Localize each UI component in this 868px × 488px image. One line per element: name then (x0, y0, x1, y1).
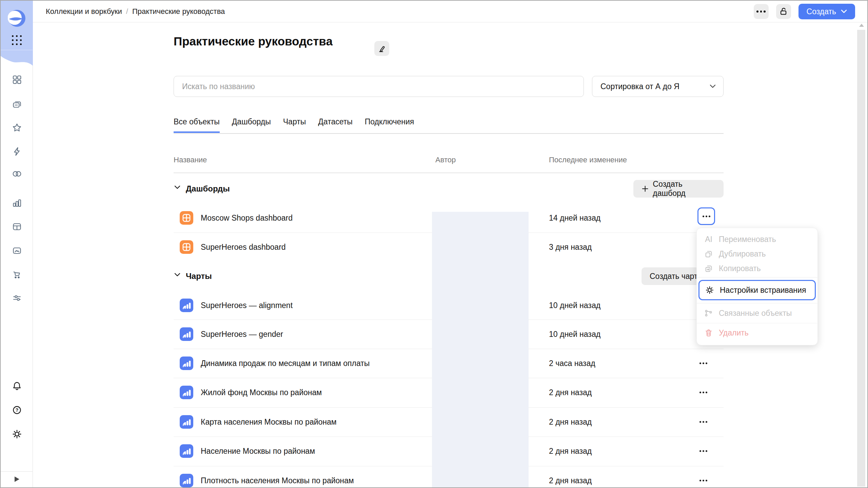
row-menu-button[interactable] (699, 363, 707, 364)
gear-icon (12, 429, 22, 440)
author-column-redaction (432, 212, 529, 487)
search-input[interactable] (174, 76, 584, 97)
bar-chart-icon (12, 198, 22, 208)
topbar-actions: Создать (754, 1, 855, 22)
vertical-scrollbar[interactable] (857, 23, 866, 487)
chart-icon (180, 327, 193, 341)
object-name[interactable]: Moscow Shops dashboard (201, 214, 293, 223)
object-name[interactable]: SuperHeroes dashboard (201, 243, 286, 252)
tab-charts[interactable]: Чарты (283, 117, 306, 133)
row-menu-button-active[interactable] (697, 207, 715, 225)
chart-icon (180, 357, 193, 370)
pencil-icon (377, 43, 387, 54)
section-label: Чарты (186, 271, 212, 281)
sidebar-item-charts[interactable] (11, 197, 23, 209)
object-name[interactable]: Карта населения Москвы по районам (201, 418, 337, 427)
sidebar-item-marketplace[interactable] (11, 268, 23, 280)
row-menu-button[interactable] (699, 480, 707, 482)
menu-item-duplicate[interactable]: Дублировать (697, 247, 817, 261)
tab-dashboards[interactable]: Дашборды (232, 117, 271, 133)
create-button[interactable]: Создать (798, 4, 855, 19)
help-button[interactable]: ? (11, 404, 23, 416)
sidebar-item-collections[interactable] (11, 74, 23, 85)
menu-item-label: Настройки встраивания (720, 286, 806, 295)
scrollbar-track[interactable] (857, 30, 865, 487)
datalens-logo[interactable] (8, 9, 26, 27)
chevron-down-icon (174, 185, 180, 189)
trash-icon (704, 328, 714, 338)
copy-icon (704, 264, 714, 274)
create-chart-label: Создать чарт (650, 272, 697, 281)
tabs-underline (174, 133, 724, 134)
create-dashboard-button[interactable]: Создать дашборд (633, 180, 724, 198)
sidebar-item-navigation[interactable] (11, 99, 23, 110)
row-menu-button[interactable] (699, 421, 707, 423)
object-tabs: Все объекты Дашборды Чарты Датасеты Подк… (174, 117, 414, 133)
sidebar-item-favorites[interactable] (11, 122, 23, 134)
sliders-icon (12, 292, 22, 303)
sidebar-item-editor[interactable] (11, 146, 23, 157)
chevron-down-icon (710, 84, 716, 88)
media-folder-icon (12, 245, 22, 256)
menu-divider (697, 303, 817, 303)
sort-select[interactable]: Сортировка от А до Я (592, 76, 724, 97)
modified-time: 2 дня назад (549, 418, 592, 427)
ellipsis-icon (703, 216, 710, 217)
row-menu-button[interactable] (699, 392, 707, 393)
object-name[interactable]: SuperHeroes — gender (201, 330, 283, 339)
rename-icon: AI (704, 235, 714, 245)
sidebar-item-gallery[interactable] (11, 245, 23, 256)
dashboard-icon (180, 240, 193, 254)
public-access-button[interactable] (776, 4, 791, 19)
menu-divider (697, 277, 817, 278)
sidebar: ? (1, 1, 33, 487)
column-header-author: Автор (435, 156, 456, 164)
create-button-label: Создать (807, 7, 836, 16)
question-icon: ? (12, 405, 22, 415)
settings-button[interactable] (11, 428, 23, 440)
object-name[interactable]: Динамика продаж по месяцам и типам оплат… (201, 359, 370, 368)
menu-item-rename[interactable]: AI Переименовать (697, 232, 817, 247)
menu-item-related-objects[interactable]: Связанные объекты (697, 305, 817, 322)
sidebar-item-dashboards[interactable] (11, 221, 23, 232)
breadcrumb-collections[interactable]: Коллекции и воркбуки (46, 7, 122, 16)
menu-divider (697, 323, 817, 323)
ellipsis-icon (756, 11, 766, 13)
cart-icon (12, 269, 22, 280)
page-title: Практические руководства (174, 35, 333, 48)
row-menu-button[interactable] (699, 450, 707, 452)
object-name[interactable]: Жилой фонд Москвы по районам (201, 388, 322, 397)
plus-icon (642, 185, 649, 192)
modified-time: 2 дня назад (549, 388, 592, 397)
section-label: Дашборды (186, 184, 230, 194)
sidebar-item-connections[interactable] (11, 168, 23, 180)
modified-time: 2 дня назад (549, 447, 592, 456)
scroll-up-arrow[interactable] (859, 24, 864, 27)
object-name[interactable]: Население Москвы по районам (201, 447, 315, 456)
bell-icon (12, 381, 22, 391)
chart-icon (180, 415, 193, 429)
gear-icon (705, 285, 715, 295)
expand-sidebar-button[interactable] (13, 475, 21, 483)
apps-grid-icon[interactable] (12, 35, 22, 45)
menu-item-copy[interactable]: Копировать (697, 261, 817, 276)
chevron-down-icon (174, 273, 180, 277)
sidebar-bottom-divider (1, 471, 33, 472)
object-name[interactable]: Плотность населения Москвы по районам (201, 476, 354, 485)
edit-title-button[interactable] (374, 41, 389, 56)
venn-circles-icon (12, 168, 22, 179)
star-icon (12, 122, 22, 133)
sidebar-item-settings-sliders[interactable] (11, 292, 23, 304)
tab-connections[interactable]: Подключения (365, 117, 414, 133)
tab-all-objects[interactable]: Все объекты (174, 117, 220, 133)
object-name[interactable]: SuperHeroes — alignment (201, 301, 293, 310)
modified-time: 3 дня назад (549, 243, 592, 252)
chart-icon (180, 474, 193, 487)
menu-item-embed-settings[interactable]: Настройки встраивания (698, 280, 816, 300)
tab-datasets[interactable]: Датасеты (318, 117, 353, 133)
notifications-button[interactable] (11, 380, 23, 392)
play-triangle-icon (14, 476, 20, 482)
related-objects-icon (704, 308, 714, 318)
more-actions-button[interactable] (754, 4, 769, 19)
menu-item-delete[interactable]: Удалить (697, 325, 817, 341)
